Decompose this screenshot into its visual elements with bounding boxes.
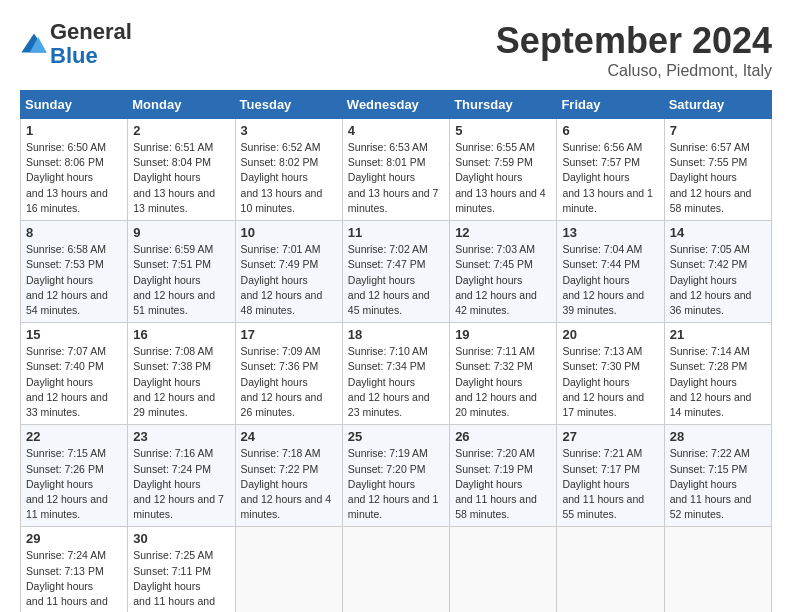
day-number: 11 xyxy=(348,225,444,240)
day-info: Sunrise: 6:52 AM Sunset: 8:02 PM Dayligh… xyxy=(241,140,337,216)
day-info: Sunrise: 7:22 AM Sunset: 7:15 PM Dayligh… xyxy=(670,446,766,522)
calendar-cell: 28 Sunrise: 7:22 AM Sunset: 7:15 PM Dayl… xyxy=(664,425,771,527)
day-number: 23 xyxy=(133,429,229,444)
col-sunday: Sunday xyxy=(21,91,128,119)
day-info: Sunrise: 7:07 AM Sunset: 7:40 PM Dayligh… xyxy=(26,344,122,420)
calendar-cell: 22 Sunrise: 7:15 AM Sunset: 7:26 PM Dayl… xyxy=(21,425,128,527)
day-number: 4 xyxy=(348,123,444,138)
calendar-cell: 6 Sunrise: 6:56 AM Sunset: 7:57 PM Dayli… xyxy=(557,119,664,221)
day-number: 17 xyxy=(241,327,337,342)
col-saturday: Saturday xyxy=(664,91,771,119)
day-number: 29 xyxy=(26,531,122,546)
day-info: Sunrise: 7:04 AM Sunset: 7:44 PM Dayligh… xyxy=(562,242,658,318)
day-number: 10 xyxy=(241,225,337,240)
day-info: Sunrise: 7:13 AM Sunset: 7:30 PM Dayligh… xyxy=(562,344,658,420)
day-number: 25 xyxy=(348,429,444,444)
day-number: 8 xyxy=(26,225,122,240)
day-info: Sunrise: 7:14 AM Sunset: 7:28 PM Dayligh… xyxy=(670,344,766,420)
calendar-cell: 24 Sunrise: 7:18 AM Sunset: 7:22 PM Dayl… xyxy=(235,425,342,527)
page-header: General Blue September 2024 Caluso, Pied… xyxy=(20,20,772,80)
day-info: Sunrise: 7:08 AM Sunset: 7:38 PM Dayligh… xyxy=(133,344,229,420)
day-number: 19 xyxy=(455,327,551,342)
day-number: 26 xyxy=(455,429,551,444)
day-number: 16 xyxy=(133,327,229,342)
day-info: Sunrise: 6:53 AM Sunset: 8:01 PM Dayligh… xyxy=(348,140,444,216)
day-info: Sunrise: 6:57 AM Sunset: 7:55 PM Dayligh… xyxy=(670,140,766,216)
day-number: 28 xyxy=(670,429,766,444)
calendar-cell: 15 Sunrise: 7:07 AM Sunset: 7:40 PM Dayl… xyxy=(21,323,128,425)
day-info: Sunrise: 6:56 AM Sunset: 7:57 PM Dayligh… xyxy=(562,140,658,216)
calendar-week: 1Sunrise: 6:50 AMSunset: 8:06 PMDaylight… xyxy=(21,119,772,221)
calendar-cell: 4 Sunrise: 6:53 AM Sunset: 8:01 PM Dayli… xyxy=(342,119,449,221)
day-number: 5 xyxy=(455,123,551,138)
calendar-cell: 26 Sunrise: 7:20 AM Sunset: 7:19 PM Dayl… xyxy=(450,425,557,527)
day-number: 9 xyxy=(133,225,229,240)
calendar-cell: 17 Sunrise: 7:09 AM Sunset: 7:36 PM Dayl… xyxy=(235,323,342,425)
day-number: 2 xyxy=(133,123,229,138)
header-row: Sunday Monday Tuesday Wednesday Thursday… xyxy=(21,91,772,119)
calendar-cell: 27 Sunrise: 7:21 AM Sunset: 7:17 PM Dayl… xyxy=(557,425,664,527)
logo-text-line2: Blue xyxy=(50,44,132,68)
day-info: Sunrise: 7:05 AM Sunset: 7:42 PM Dayligh… xyxy=(670,242,766,318)
day-info: Sunrise: 7:16 AM Sunset: 7:24 PM Dayligh… xyxy=(133,446,229,522)
day-number: 30 xyxy=(133,531,229,546)
location: Caluso, Piedmont, Italy xyxy=(496,62,772,80)
day-number: 20 xyxy=(562,327,658,342)
day-number: 7 xyxy=(670,123,766,138)
day-number: 14 xyxy=(670,225,766,240)
logo: General Blue xyxy=(20,20,132,68)
calendar-table: Sunday Monday Tuesday Wednesday Thursday… xyxy=(20,90,772,612)
day-info: Sunrise: 7:19 AM Sunset: 7:20 PM Dayligh… xyxy=(348,446,444,522)
day-number: 15 xyxy=(26,327,122,342)
day-number: 13 xyxy=(562,225,658,240)
calendar-cell: 16 Sunrise: 7:08 AM Sunset: 7:38 PM Dayl… xyxy=(128,323,235,425)
day-number: 24 xyxy=(241,429,337,444)
day-number: 3 xyxy=(241,123,337,138)
day-info: Sunrise: 7:02 AM Sunset: 7:47 PM Dayligh… xyxy=(348,242,444,318)
day-info: Sunrise: 7:11 AM Sunset: 7:32 PM Dayligh… xyxy=(455,344,551,420)
logo-icon xyxy=(20,30,48,58)
day-info: Sunrise: 6:58 AM Sunset: 7:53 PM Dayligh… xyxy=(26,242,122,318)
calendar-week: 15 Sunrise: 7:07 AM Sunset: 7:40 PM Dayl… xyxy=(21,323,772,425)
calendar-cell xyxy=(342,527,449,612)
calendar-week: 8 Sunrise: 6:58 AM Sunset: 7:53 PM Dayli… xyxy=(21,221,772,323)
day-number: 18 xyxy=(348,327,444,342)
day-info: Sunrise: 7:10 AM Sunset: 7:34 PM Dayligh… xyxy=(348,344,444,420)
col-monday: Monday xyxy=(128,91,235,119)
day-number: 6 xyxy=(562,123,658,138)
calendar-week: 22 Sunrise: 7:15 AM Sunset: 7:26 PM Dayl… xyxy=(21,425,772,527)
calendar-cell: 20 Sunrise: 7:13 AM Sunset: 7:30 PM Dayl… xyxy=(557,323,664,425)
title-block: September 2024 Caluso, Piedmont, Italy xyxy=(496,20,772,80)
calendar-cell: 8 Sunrise: 6:58 AM Sunset: 7:53 PM Dayli… xyxy=(21,221,128,323)
calendar-cell: 18 Sunrise: 7:10 AM Sunset: 7:34 PM Dayl… xyxy=(342,323,449,425)
day-info: Sunrise: 7:09 AM Sunset: 7:36 PM Dayligh… xyxy=(241,344,337,420)
day-number: 21 xyxy=(670,327,766,342)
calendar-cell: 25 Sunrise: 7:19 AM Sunset: 7:20 PM Dayl… xyxy=(342,425,449,527)
day-info: Sunrise: 6:55 AM Sunset: 7:59 PM Dayligh… xyxy=(455,140,551,216)
calendar-cell: 30 Sunrise: 7:25 AM Sunset: 7:11 PM Dayl… xyxy=(128,527,235,612)
calendar-cell: 23 Sunrise: 7:16 AM Sunset: 7:24 PM Dayl… xyxy=(128,425,235,527)
day-number: 12 xyxy=(455,225,551,240)
calendar-cell xyxy=(235,527,342,612)
col-tuesday: Tuesday xyxy=(235,91,342,119)
day-info: Sunrise: 7:25 AM Sunset: 7:11 PM Dayligh… xyxy=(133,548,229,612)
calendar-week: 29 Sunrise: 7:24 AM Sunset: 7:13 PM Dayl… xyxy=(21,527,772,612)
calendar-cell: 2 Sunrise: 6:51 AM Sunset: 8:04 PM Dayli… xyxy=(128,119,235,221)
day-number: 22 xyxy=(26,429,122,444)
col-friday: Friday xyxy=(557,91,664,119)
calendar-cell: 13 Sunrise: 7:04 AM Sunset: 7:44 PM Dayl… xyxy=(557,221,664,323)
day-info: Sunrise: 6:59 AM Sunset: 7:51 PM Dayligh… xyxy=(133,242,229,318)
calendar-cell: 29 Sunrise: 7:24 AM Sunset: 7:13 PM Dayl… xyxy=(21,527,128,612)
logo-text-line1: General xyxy=(50,20,132,44)
calendar-cell: 21 Sunrise: 7:14 AM Sunset: 7:28 PM Dayl… xyxy=(664,323,771,425)
day-info: Sunrise: 7:01 AM Sunset: 7:49 PM Dayligh… xyxy=(241,242,337,318)
calendar-cell: 11 Sunrise: 7:02 AM Sunset: 7:47 PM Dayl… xyxy=(342,221,449,323)
day-info: Sunrise: 7:21 AM Sunset: 7:17 PM Dayligh… xyxy=(562,446,658,522)
col-thursday: Thursday xyxy=(450,91,557,119)
calendar-cell: 19 Sunrise: 7:11 AM Sunset: 7:32 PM Dayl… xyxy=(450,323,557,425)
day-info: Sunrise: 7:24 AM Sunset: 7:13 PM Dayligh… xyxy=(26,548,122,612)
calendar-cell: 10 Sunrise: 7:01 AM Sunset: 7:49 PM Dayl… xyxy=(235,221,342,323)
calendar-cell: 14 Sunrise: 7:05 AM Sunset: 7:42 PM Dayl… xyxy=(664,221,771,323)
calendar-cell: 7 Sunrise: 6:57 AM Sunset: 7:55 PM Dayli… xyxy=(664,119,771,221)
calendar-cell: 12 Sunrise: 7:03 AM Sunset: 7:45 PM Dayl… xyxy=(450,221,557,323)
